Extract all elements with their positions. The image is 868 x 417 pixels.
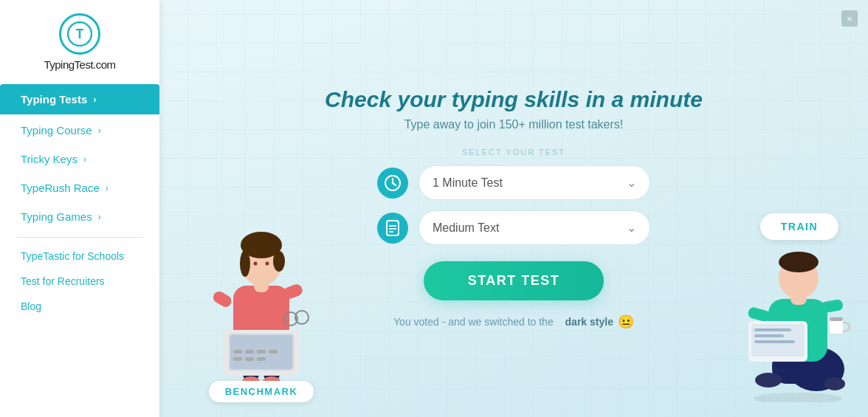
svg-rect-15	[211, 289, 234, 309]
nav-label-tricky-keys: Tricky Keys	[21, 153, 78, 165]
benchmark-badge[interactable]: BENCHMARK	[209, 381, 314, 402]
sidebar-item-test-for-recruiters[interactable]: Test for Recruiters	[0, 269, 159, 294]
svg-point-34	[824, 377, 845, 390]
svg-point-33	[755, 373, 782, 387]
svg-rect-26	[257, 357, 266, 361]
svg-point-38	[779, 252, 819, 272]
dropdown-chevron-icon: ⌄	[627, 176, 636, 190]
sidebar: T TypingTest.com Typing Tests › Typing C…	[0, 0, 159, 417]
nav-label-typerush-race: TypeRush Race	[21, 182, 100, 194]
text-type-dropdown[interactable]: Medium Text ⌄	[418, 210, 650, 245]
chevron-right-icon: ›	[106, 183, 108, 193]
svg-rect-45	[754, 340, 795, 343]
subtext: Type away to join 150+ million test take…	[404, 118, 624, 131]
sidebar-item-typing-course[interactable]: Typing Course ›	[0, 116, 159, 145]
logo-wrap: T TypingTest.com	[44, 13, 115, 71]
main-content: ×	[159, 0, 868, 417]
nav-label-recruiters: Test for Recruiters	[21, 275, 105, 287]
dropdown-chevron-icon: ⌄	[627, 221, 636, 235]
svg-rect-51	[387, 221, 399, 235]
logo-brand: TypingTest	[44, 58, 93, 71]
chevron-right-icon: ›	[98, 212, 101, 222]
headline: Check your typing skills in a minute	[325, 87, 703, 112]
text-type-dropdown-row: Medium Text ⌄	[377, 210, 650, 245]
dark-style-label: dark style	[565, 316, 613, 328]
text-type-value: Medium Text	[433, 221, 499, 235]
illustration-right: TRAIN	[706, 203, 853, 402]
svg-rect-40	[820, 299, 844, 314]
sidebar-item-typing-games[interactable]: Typing Games ›	[0, 202, 159, 231]
duration-dropdown[interactable]: 1 Minute Test ⌄	[418, 165, 650, 200]
svg-rect-47	[830, 317, 843, 321]
svg-point-11	[273, 251, 285, 272]
svg-rect-44	[754, 334, 784, 337]
svg-rect-43	[754, 328, 791, 331]
duration-dropdown-row: 1 Minute Test ⌄	[377, 165, 650, 200]
logo-text: TypingTest.com	[44, 58, 115, 71]
male-person-svg	[728, 232, 853, 402]
start-test-button[interactable]: START TEST	[424, 261, 604, 300]
svg-rect-22	[257, 350, 266, 354]
svg-rect-23	[269, 350, 278, 354]
svg-point-30	[754, 393, 842, 402]
sidebar-item-typerush-race[interactable]: TypeRush Race ›	[0, 173, 159, 202]
nav-label-typing-course: Typing Course	[21, 124, 92, 137]
svg-point-14	[266, 262, 269, 266]
nav-divider	[16, 237, 144, 238]
chevron-right-icon: ›	[98, 125, 101, 136]
center-content: Check your typing skills in a minute Typ…	[325, 87, 703, 330]
svg-text:T: T	[75, 27, 83, 41]
svg-point-12	[240, 250, 250, 277]
chevron-right-icon: ›	[83, 154, 86, 165]
logo-domain: .com	[93, 58, 116, 71]
nav-label-typing-tests: Typing Tests	[21, 93, 87, 106]
nav-label-blog: Blog	[21, 300, 41, 312]
document-icon	[377, 213, 408, 244]
nav-label-typing-games: Typing Games	[21, 210, 92, 223]
sidebar-item-typing-tests[interactable]: Typing Tests ›	[0, 84, 159, 114]
svg-line-50	[393, 183, 396, 185]
chevron-right-icon: ›	[93, 94, 96, 105]
svg-rect-24	[233, 357, 242, 361]
sidebar-item-tricky-keys[interactable]: Tricky Keys ›	[0, 145, 159, 173]
illustration-left: BENCHMARK	[187, 223, 335, 402]
voted-text: You voted - and we switched to the dark …	[393, 314, 634, 330]
sidebar-item-blog[interactable]: Blog	[0, 294, 159, 319]
female-person-svg	[202, 223, 320, 393]
sidebar-item-typetastic-schools[interactable]: TypeTastic for Schools	[0, 244, 159, 269]
close-button[interactable]: ×	[841, 10, 858, 27]
clock-icon	[377, 168, 408, 199]
nav-label-typetastic: TypeTastic for Schools	[21, 250, 124, 262]
select-test-label: SELECT YOUR TEST	[462, 148, 565, 156]
svg-point-13	[254, 262, 258, 266]
voted-text-prefix: You voted - and we switched to the	[393, 316, 554, 328]
train-badge[interactable]: TRAIN	[760, 213, 838, 240]
svg-rect-21	[245, 350, 254, 354]
dropdowns: 1 Minute Test ⌄ Medium	[377, 165, 650, 245]
svg-rect-25	[245, 357, 254, 361]
svg-rect-39	[747, 306, 771, 323]
emoji-icon: 😐	[618, 314, 634, 330]
duration-value: 1 Minute Test	[433, 176, 503, 190]
svg-rect-20	[233, 350, 242, 354]
logo-icon: T	[59, 13, 100, 55]
